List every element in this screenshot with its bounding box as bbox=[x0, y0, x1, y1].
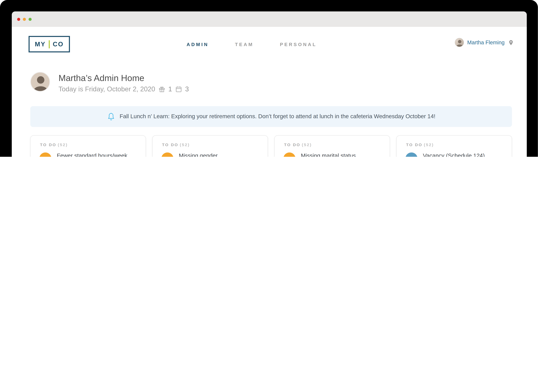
calendar-icon[interactable] bbox=[175, 86, 182, 93]
nav-tab-team[interactable]: TEAM bbox=[235, 42, 254, 47]
maximize-window-icon[interactable] bbox=[29, 18, 32, 21]
person-silhouette-icon bbox=[31, 73, 50, 92]
calendar-count: 3 bbox=[185, 85, 189, 93]
minimize-window-icon[interactable] bbox=[23, 18, 26, 21]
main-nav: ADMIN TEAM PERSONAL bbox=[187, 42, 317, 47]
logo-divider bbox=[49, 40, 50, 48]
app-window-frame: MY CO ADMIN TEAM PERSONAL Martha Fleming… bbox=[0, 0, 538, 157]
alert-icon: !! bbox=[161, 153, 173, 157]
todo-card[interactable]: TO DO(52) ! Vacancy (Schedule 124) Produ… bbox=[396, 135, 512, 157]
todo-title: Vacancy (Schedule 124) bbox=[423, 153, 485, 157]
user-name: Martha Fleming bbox=[467, 39, 505, 46]
info-icon: ! bbox=[405, 153, 418, 157]
user-menu[interactable]: Martha Fleming bbox=[455, 38, 514, 47]
section-label: TO DO(52) bbox=[284, 142, 312, 147]
page-title: Martha’s Admin Home bbox=[58, 73, 144, 84]
window-titlebar bbox=[12, 11, 527, 27]
user-avatar[interactable] bbox=[455, 38, 464, 47]
app-content: MY CO ADMIN TEAM PERSONAL Martha Fleming… bbox=[12, 27, 527, 157]
date-text: Today is Friday, October 2, 2020 bbox=[58, 85, 155, 93]
nav-tab-admin[interactable]: ADMIN bbox=[187, 42, 209, 47]
date-row: Today is Friday, October 2, 2020 1 3 bbox=[58, 85, 189, 93]
alert-icon: !! bbox=[39, 153, 52, 157]
section-label: TO DO(52) bbox=[406, 142, 434, 147]
logo-text-left: MY bbox=[35, 40, 46, 48]
notification-banner: Fall Lunch n’ Learn: Exploring your reti… bbox=[30, 106, 512, 127]
alert-icon: !! bbox=[283, 153, 295, 157]
nav-tab-personal[interactable]: PERSONAL bbox=[280, 42, 317, 47]
section-label: TO DO(52) bbox=[40, 142, 68, 147]
close-window-icon[interactable] bbox=[17, 18, 20, 21]
person-silhouette-icon bbox=[455, 38, 464, 47]
location-pin-icon[interactable] bbox=[508, 39, 514, 46]
todo-title: Missing gender bbox=[179, 153, 218, 157]
section-label: TO DO(52) bbox=[162, 142, 190, 147]
logo-text-right: CO bbox=[53, 40, 64, 48]
gift-count: 1 bbox=[168, 85, 172, 93]
company-logo[interactable]: MY CO bbox=[29, 36, 70, 52]
todo-card[interactable]: TO DO(52) !! Missing marital status Bell… bbox=[274, 135, 390, 157]
todo-card[interactable]: TO DO(52) !! Missing gender Weber, Ryan;… bbox=[152, 135, 268, 157]
gift-icon[interactable] bbox=[158, 86, 165, 93]
todo-title: Fewer standard hours/week bbox=[57, 153, 127, 157]
bell-icon bbox=[107, 112, 115, 121]
banner-text: Fall Lunch n’ Learn: Exploring your reti… bbox=[120, 113, 435, 120]
profile-photo[interactable] bbox=[30, 72, 50, 92]
todo-card[interactable]: TO DO(52) !! Fewer standard hours/week J… bbox=[30, 135, 146, 157]
todo-title: Missing marital status bbox=[301, 153, 356, 157]
